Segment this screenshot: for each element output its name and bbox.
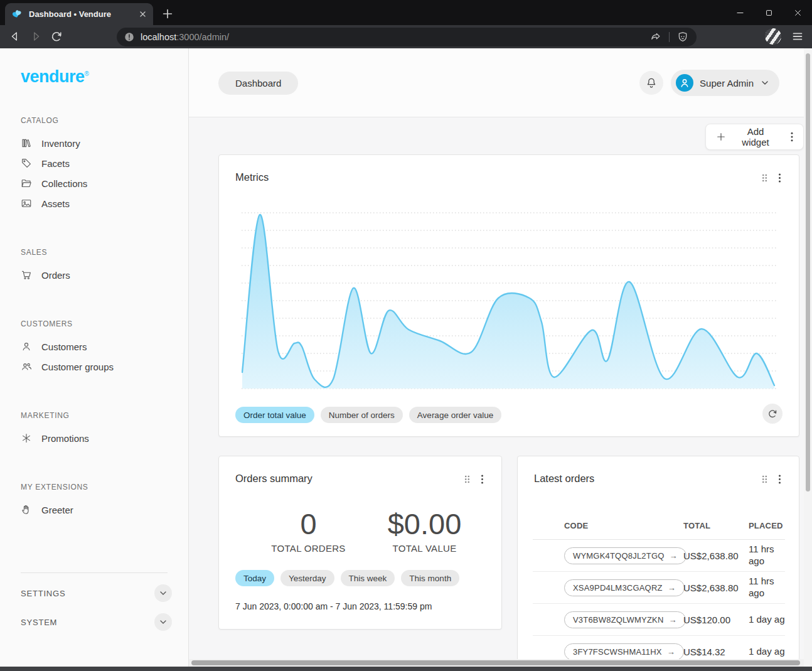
sidebar-item-label: Inventory	[41, 138, 80, 149]
metric-chip[interactable]: Average order value	[409, 407, 501, 423]
metric-chip[interactable]: Number of orders	[321, 407, 403, 423]
window-minimize-button[interactable]	[725, 0, 754, 25]
nav-section-title: SALES	[21, 247, 188, 257]
widget-menu-icon[interactable]	[778, 474, 781, 485]
order-placed-at: 11 hrs ago	[749, 544, 785, 567]
browser-profile-avatar[interactable]	[765, 28, 781, 45]
sidebar-item-label: Orders	[41, 270, 70, 281]
range-chip[interactable]: This week	[341, 570, 395, 586]
horizontal-scrollbar[interactable]	[189, 659, 804, 667]
sidebar-item-label: Customers	[41, 341, 87, 352]
drag-handle-icon[interactable]	[761, 475, 768, 484]
chevron-down-icon	[760, 78, 770, 88]
sidebar-item[interactable]: Orders	[0, 265, 188, 285]
url-path: :3000/admin/	[176, 32, 229, 42]
vendure-favicon-icon	[12, 9, 23, 19]
range-chip[interactable]: Today	[235, 570, 274, 586]
widget-menu-icon[interactable]	[481, 474, 484, 485]
arrow-right-icon: →	[670, 551, 678, 561]
new-tab-button[interactable]	[161, 7, 174, 21]
latest-orders-table: CODE TOTAL PLACED AT WYMGK4	[533, 512, 785, 659]
latest-orders-widget: Latest orders CODE TOTAL	[517, 456, 799, 659]
dashboard-content: Add widget Metrics	[189, 117, 804, 659]
sidebar: vendure® CATALOG Inventory	[0, 48, 189, 667]
window-maximize-button[interactable]	[754, 0, 783, 25]
brave-shield-icon[interactable]	[676, 31, 689, 43]
drag-handle-icon[interactable]	[761, 173, 768, 183]
sidebar-item[interactable]: Collections	[0, 173, 188, 193]
order-code-button[interactable]: WYMGK4TQQ8JL2TGQ →	[564, 547, 686, 564]
stat-value: $0.00	[366, 509, 483, 539]
user-menu-button[interactable]: Super Admin	[671, 70, 779, 96]
order-code: V3T6BW8ZQLWMYZKN	[573, 615, 664, 625]
vertical-scrollbar-thumb[interactable]	[806, 53, 810, 491]
sidebar-item-label: Facets	[41, 158, 70, 169]
table-row: WYMGK4TQQ8JL2TGQ → US$2,638.80 11 hrs ag…	[533, 540, 785, 572]
stat-value: 0	[250, 509, 366, 539]
collapsed-section-label: SYSTEM	[21, 618, 57, 627]
table-row: XSA9PD4LM3CGAQRZ → US$2,638.80 11 hrs ag…	[533, 572, 785, 604]
site-info-icon[interactable]	[124, 31, 135, 43]
nav-group: CUSTOMERS Customers Customer groups	[0, 319, 188, 377]
order-total: US$2,638.80	[683, 582, 749, 593]
assets-icon	[21, 198, 32, 209]
order-placed-at: 1 day ago	[749, 646, 785, 658]
url-bar[interactable]: localhost:3000/admin/	[117, 28, 697, 46]
widget-bar-menu-icon[interactable]	[788, 132, 796, 142]
sidebar-nav: CATALOG Inventory Facets	[0, 115, 188, 520]
orders-summary-widget: Orders summary 0 TOTAL ORDERS	[218, 456, 502, 630]
date-range: 7 Jun 2023, 0:00:00 am - 7 Jun 2023, 11:…	[235, 601, 432, 611]
breadcrumb[interactable]: Dashboard	[218, 72, 298, 95]
sidebar-item[interactable]: Customers	[0, 336, 188, 357]
vertical-scrollbar[interactable]	[804, 48, 812, 667]
share-icon[interactable]	[649, 31, 662, 43]
nav-group: CATALOG Inventory Facets	[0, 115, 188, 213]
order-code-button[interactable]: XSA9PD4LM3CGAQRZ →	[564, 579, 685, 596]
order-code: WYMGK4TQQ8JL2TGQ	[573, 551, 665, 561]
arrow-right-icon: →	[669, 615, 677, 625]
vendure-logo: vendure®	[21, 67, 188, 87]
order-code-button[interactable]: 3FY7FSCWSHMA11HX →	[564, 643, 684, 660]
widget-menu-icon[interactable]	[778, 173, 781, 183]
notifications-button[interactable]	[639, 71, 663, 95]
nav-section-title: CUSTOMERS	[21, 319, 188, 329]
chevron-down-icon[interactable]	[154, 613, 172, 631]
add-widget-button[interactable]: Add widget	[705, 124, 804, 150]
url-text: localhost:3000/admin/	[141, 32, 649, 42]
range-chip[interactable]: This month	[401, 570, 459, 586]
inventory-icon	[21, 137, 32, 149]
metric-chip[interactable]: Order total value	[235, 407, 314, 423]
browser-forward-button[interactable]	[29, 30, 43, 43]
horizontal-scrollbar-thumb[interactable]	[191, 660, 800, 665]
browser-reload-button[interactable]	[50, 30, 63, 43]
sidebar-item[interactable]: Customer groups	[0, 357, 188, 377]
drag-handle-icon[interactable]	[464, 475, 471, 484]
order-total: US$14.32	[683, 647, 749, 657]
sidebar-item[interactable]: Assets	[0, 193, 188, 213]
sidebar-item[interactable]: Greeter	[0, 500, 188, 520]
tab-close-icon[interactable]	[137, 9, 148, 19]
order-code: 3FY7FSCWSHMA11HX	[573, 647, 662, 657]
browser-menu-icon[interactable]	[791, 30, 804, 43]
nav-section-title: MARKETING	[21, 411, 188, 421]
sidebar-item[interactable]: Promotions	[0, 428, 188, 448]
window-controls	[725, 0, 812, 25]
range-chip[interactable]: Yesterday	[280, 570, 334, 586]
stat-label: TOTAL VALUE	[366, 543, 483, 554]
browser-tab[interactable]: Dashboard • Vendure	[5, 3, 153, 25]
browser-back-button[interactable]	[8, 30, 22, 43]
sidebar-item[interactable]: Facets	[0, 153, 188, 173]
order-code-button[interactable]: V3T6BW8ZQLWMYZKN →	[564, 611, 686, 628]
chevron-down-icon[interactable]	[154, 584, 172, 602]
sidebar-collapsed-section[interactable]: SYSTEM	[0, 613, 188, 631]
toolbar-divider	[669, 32, 670, 42]
refresh-icon[interactable]	[762, 404, 783, 424]
window-bottom-edge	[0, 667, 812, 671]
browser-titlebar: Dashboard • Vendure	[0, 0, 812, 25]
summary-stat: 0 TOTAL ORDERS	[250, 509, 366, 554]
sidebar-item[interactable]: Inventory	[0, 133, 188, 153]
sidebar-collapsed-section[interactable]: SETTINGS	[0, 584, 188, 602]
arrow-right-icon: →	[667, 647, 675, 657]
window-close-button[interactable]	[783, 0, 812, 25]
app-page: vendure® CATALOG Inventory	[0, 48, 812, 667]
